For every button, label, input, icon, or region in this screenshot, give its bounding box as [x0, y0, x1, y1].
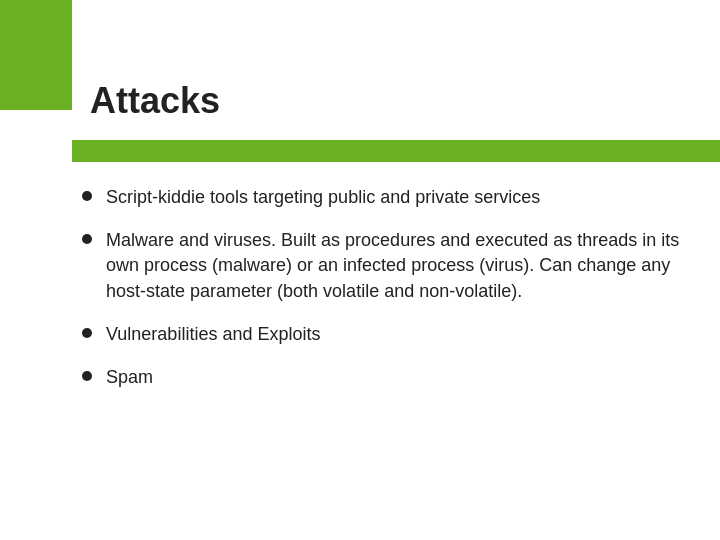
bullet-text-1: Script-kiddie tools targeting public and… [106, 185, 680, 210]
bullet-list: Script-kiddie tools targeting public and… [82, 185, 680, 390]
page-title: Attacks [90, 80, 220, 122]
decorative-green-block [0, 0, 72, 110]
bullet-text-3: Vulnerabilities and Exploits [106, 322, 680, 347]
content-area: Script-kiddie tools targeting public and… [72, 175, 700, 520]
bullet-dot-icon [82, 234, 92, 244]
bullet-text-4: Spam [106, 365, 680, 390]
green-accent-bar [72, 140, 720, 162]
bullet-text-2: Malware and viruses. Built as procedures… [106, 228, 680, 304]
bullet-dot-icon [82, 191, 92, 201]
list-item: Vulnerabilities and Exploits [82, 322, 680, 347]
list-item: Script-kiddie tools targeting public and… [82, 185, 680, 210]
list-item: Malware and viruses. Built as procedures… [82, 228, 680, 304]
bullet-dot-icon [82, 371, 92, 381]
bullet-dot-icon [82, 328, 92, 338]
list-item: Spam [82, 365, 680, 390]
